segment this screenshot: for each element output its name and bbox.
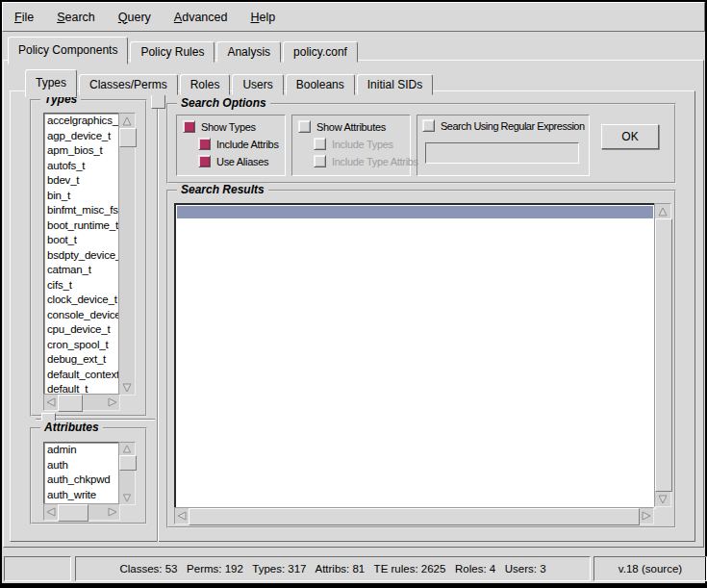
- checkbox-indicator-icon: [298, 120, 311, 133]
- list-item[interactable]: bsdpty_device_: [44, 248, 119, 264]
- app-window: File Search Query Advanced Help Policy C…: [2, 2, 705, 583]
- regex-checkbox[interactable]: Search Using Regular Expression: [422, 119, 585, 132]
- show-attributes-checkbox[interactable]: Show Attributes: [298, 120, 386, 133]
- types-frame: Types accelgraphics_eagp_device_tapm_bio…: [30, 99, 147, 417]
- search-results-frame-label: Search Results: [177, 183, 268, 196]
- include-type-attribs-checkbox[interactable]: Include Type Attribs: [314, 155, 418, 167]
- scrollbar-thumb[interactable]: [58, 395, 83, 412]
- menu-item[interactable]: Help: [239, 7, 287, 28]
- list-item[interactable]: cron_spool_t: [44, 338, 119, 353]
- tab-booleans[interactable]: Booleans: [286, 74, 355, 95]
- list-item[interactable]: agp_device_t: [44, 129, 119, 144]
- search-results-text[interactable]: [174, 203, 656, 509]
- list-item[interactable]: debug_ext_t: [44, 352, 119, 368]
- list-item[interactable]: auth_write: [44, 488, 119, 503]
- list-item[interactable]: default_context: [44, 368, 119, 383]
- list-item[interactable]: cpu_device_t: [44, 322, 119, 338]
- attributes-listbox[interactable]: adminauthauth_chkpwdauth_write: [43, 442, 120, 505]
- list-item[interactable]: clock_device_t: [44, 293, 119, 308]
- list-item[interactable]: cifs_t: [44, 278, 119, 294]
- tab-initial-sids[interactable]: Initial SIDs: [357, 74, 433, 95]
- list-item[interactable]: accelgraphics_e: [44, 114, 119, 129]
- scroll-up-icon[interactable]: [655, 204, 670, 218]
- vertical-sash-handle[interactable]: [151, 93, 165, 109]
- search-options-frame-label: Search Options: [177, 96, 270, 110]
- list-item[interactable]: autofs_t: [44, 159, 119, 174]
- scroll-down-icon[interactable]: [119, 492, 135, 504]
- tab-roles[interactable]: Roles: [180, 74, 231, 95]
- results-vertical-scrollbar[interactable]: [654, 203, 671, 507]
- checkbox-indicator-icon: [183, 120, 195, 133]
- regex-input[interactable]: [425, 142, 579, 164]
- menu-item[interactable]: File: [3, 7, 45, 28]
- attributes-frame: Attributes adminauthauth_chkpwdauth_writ…: [30, 427, 147, 524]
- list-item[interactable]: auth_chkpwd: [44, 473, 119, 488]
- list-item[interactable]: admin: [44, 443, 119, 458]
- vertical-sash[interactable]: [157, 107, 159, 542]
- scroll-left-icon[interactable]: [175, 508, 189, 524]
- tab-classes-perms[interactable]: Classes/Perms: [79, 74, 178, 95]
- checkbox-indicator-icon: [198, 138, 211, 150]
- menu-item[interactable]: Advanced: [163, 7, 240, 28]
- list-item[interactable]: catman_t: [44, 263, 119, 278]
- list-item[interactable]: bdev_t: [44, 173, 119, 189]
- types-vertical-scrollbar[interactable]: [118, 113, 136, 396]
- show-attributes-group: Show Attributes Include Types Include Ty…: [291, 115, 411, 176]
- outer-tab-bar: Policy Components Policy Rules Analysis …: [8, 37, 360, 63]
- search-options-frame: Search Options Show Types Include Attrib…: [166, 103, 676, 184]
- scroll-right-icon[interactable]: [106, 504, 119, 520]
- list-item[interactable]: console_device: [44, 308, 119, 323]
- scrollbar-thumb[interactable]: [655, 218, 672, 492]
- menu-item[interactable]: Search: [45, 7, 107, 28]
- search-results-frame: Search Results: [166, 190, 676, 528]
- tab-policy-rules[interactable]: Policy Rules: [130, 41, 215, 63]
- tab-analysis[interactable]: Analysis: [216, 41, 281, 63]
- results-horizontal-scrollbar[interactable]: [174, 507, 654, 524]
- scroll-left-icon[interactable]: [44, 504, 58, 520]
- inner-tab-bar: Types Classes/Perms Roles Users Booleans…: [25, 69, 435, 95]
- scrollbar-thumb[interactable]: [119, 128, 137, 147]
- include-attribs-checkbox[interactable]: Include Attribs: [198, 138, 279, 150]
- scroll-up-icon[interactable]: [119, 114, 135, 128]
- attributes-horizontal-scrollbar[interactable]: [43, 503, 120, 521]
- scroll-up-icon[interactable]: [119, 443, 135, 455]
- list-item[interactable]: binfmt_misc_fs: [44, 203, 119, 218]
- scrollbar-thumb[interactable]: [189, 508, 640, 525]
- list-item[interactable]: apm_bios_t: [44, 143, 119, 159]
- apol-window: { "colors": { "bg": "#d9d9d9", "check_ac…: [0, 0, 707, 588]
- status-version: v.18 (source): [593, 556, 707, 581]
- tab-types[interactable]: Types: [25, 69, 77, 97]
- ok-button[interactable]: OK: [601, 124, 659, 149]
- regex-group: Search Using Regular Expression: [417, 115, 590, 176]
- scroll-left-icon[interactable]: [44, 395, 58, 410]
- menu-item[interactable]: Query: [107, 7, 163, 28]
- types-tab-page: Types accelgraphics_eagp_device_tapm_bio…: [10, 90, 695, 542]
- list-item[interactable]: bin_t: [44, 189, 119, 204]
- scroll-down-icon[interactable]: [655, 492, 670, 506]
- tab-policy-components[interactable]: Policy Components: [8, 37, 128, 64]
- checkbox-indicator-icon: [422, 119, 435, 132]
- show-types-checkbox[interactable]: Show Types: [183, 120, 256, 133]
- scroll-right-icon[interactable]: [640, 508, 653, 524]
- use-aliases-checkbox[interactable]: Use Aliases: [198, 155, 268, 167]
- list-item[interactable]: auth: [44, 458, 119, 473]
- scrollbar-thumb[interactable]: [58, 504, 88, 522]
- tab-policy-conf[interactable]: policy.conf: [283, 41, 358, 63]
- tab-users[interactable]: Users: [232, 74, 283, 95]
- include-types-checkbox[interactable]: Include Types: [314, 138, 393, 150]
- list-item[interactable]: boot_runtime_t: [44, 218, 119, 234]
- checkbox-indicator-icon: [314, 155, 326, 167]
- types-horizontal-scrollbar[interactable]: [43, 394, 120, 411]
- status-left: [4, 556, 71, 581]
- status-stats: Classes: 53 Perms: 192 Types: 317 Attrib…: [75, 556, 591, 581]
- scrollbar-thumb[interactable]: [119, 455, 137, 471]
- scroll-down-icon[interactable]: [119, 380, 135, 395]
- checkbox-indicator-icon: [198, 155, 211, 167]
- menubar: File Search Query Advanced Help: [2, 2, 705, 32]
- attributes-vertical-scrollbar[interactable]: [118, 442, 136, 505]
- list-item[interactable]: boot_t: [44, 233, 119, 248]
- search-results-content: [176, 219, 654, 221]
- types-listbox[interactable]: accelgraphics_eagp_device_tapm_bios_taut…: [43, 113, 120, 396]
- selected-line-highlight: [177, 206, 653, 218]
- scroll-right-icon[interactable]: [106, 395, 119, 410]
